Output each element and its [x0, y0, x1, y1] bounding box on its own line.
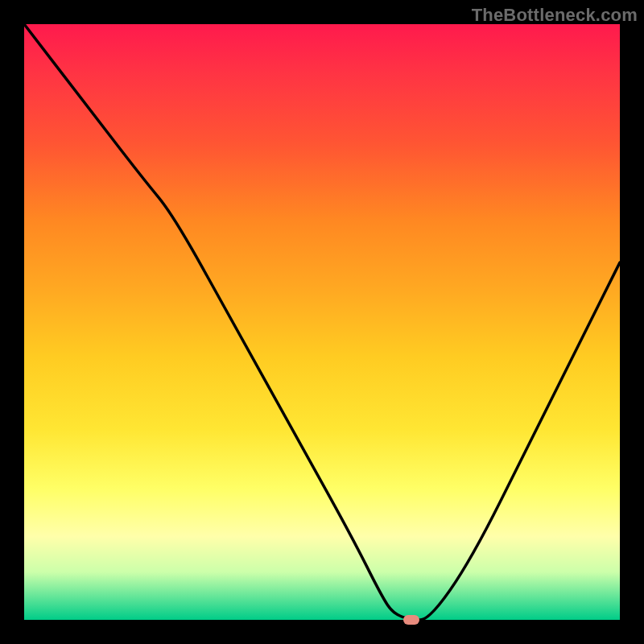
minimum-marker [403, 615, 419, 625]
watermark-text: TheBottleneck.com [472, 5, 638, 26]
plot-area [24, 24, 620, 620]
bottleneck-curve [24, 24, 620, 620]
curve-path [24, 24, 620, 620]
chart-container: TheBottleneck.com [0, 0, 644, 644]
